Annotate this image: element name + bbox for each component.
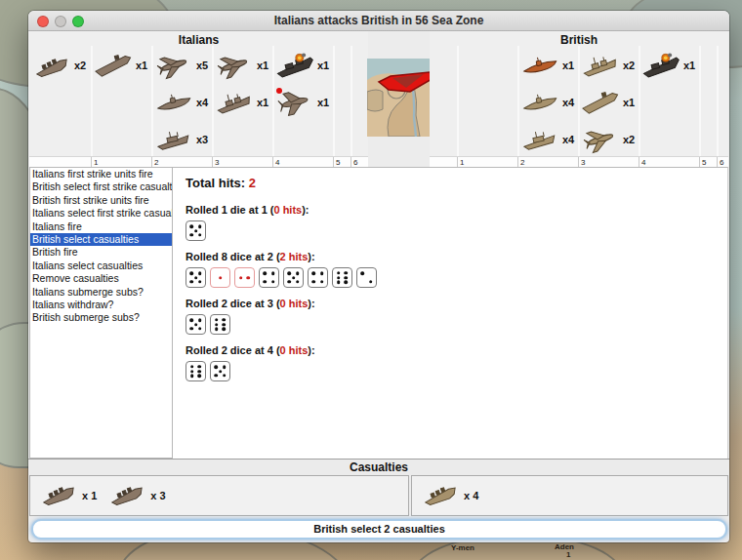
roll-result-label: Rolled 2 dice at 3 (0 hits): — [186, 298, 727, 309]
attacker-casualties-panel: x 1 x 3 — [29, 475, 409, 516]
window-title: Italians attacks British in 56 Sea Zone — [274, 14, 484, 27]
unit-count: x2 — [74, 60, 86, 71]
column-ruler: 123456 — [430, 156, 728, 167]
transport-ship-icon — [38, 479, 79, 512]
roll-result-label: Rolled 1 die at 1 (0 hits): — [186, 204, 727, 216]
transport-ship-icon — [31, 51, 72, 80]
column-separator — [717, 46, 719, 156]
dice-results-panel: Total hits: 2 Rolled 1 die at 1 (0 hits)… — [173, 167, 728, 459]
map-territory-label: Y-men — [451, 543, 474, 552]
die-4 — [308, 267, 328, 288]
fighter-plane-icon — [214, 51, 255, 80]
battle-step-item[interactable]: Italians first strike units fire — [30, 168, 172, 180]
unit-count: x1 — [257, 97, 268, 108]
battleship-damaged-icon — [274, 51, 315, 80]
unit-cell: x1 — [93, 49, 147, 82]
unit-count: x4 — [562, 134, 574, 145]
carrier-ship-icon — [93, 51, 134, 80]
unit-cell: x2 — [31, 49, 86, 82]
unit-count: x 3 — [150, 490, 165, 501]
battle-steps-list: Italians first strike units fireBritish … — [29, 167, 173, 459]
unit-cell: x4 — [153, 86, 208, 119]
transport-ship-icon — [106, 479, 147, 512]
casualty-item[interactable]: x 3 — [106, 479, 165, 512]
dice-row — [186, 314, 727, 335]
roll-result-label: Rolled 8 dice at 2 (2 hits): — [186, 251, 727, 262]
battle-step-item[interactable]: Italians submerge subs? — [30, 286, 172, 299]
battle-step-item[interactable]: British select first strike casualties — [30, 180, 172, 193]
unit-count: x5 — [196, 60, 208, 71]
tactical-bomber-icon — [274, 88, 315, 117]
transport-ship-icon — [420, 479, 461, 512]
defender-units-panel: British 123456 x1 x4 x4 x2 x1 x2 — [430, 31, 728, 167]
battle-step-item[interactable]: Italians select first strike casualties — [30, 207, 172, 220]
destroyer-ship-icon — [519, 125, 560, 154]
unit-count: x3 — [196, 134, 208, 145]
unit-count: x1 — [683, 60, 695, 71]
die-6 — [210, 314, 230, 335]
total-hits: Total hits: 2 — [186, 176, 727, 190]
battle-step-item[interactable]: Italians withdraw? — [30, 299, 172, 311]
destroyer-ship-icon — [153, 125, 194, 154]
damage-marker-icon — [276, 88, 282, 94]
die-2 — [356, 267, 377, 288]
unit-cell: x1 — [580, 86, 635, 119]
submarine-icon — [519, 88, 560, 117]
fighter-plane-icon — [580, 125, 621, 154]
unit-count: x1 — [317, 97, 329, 108]
unit-count: x1 — [257, 60, 268, 71]
map-territory-label: Aden — [555, 542, 574, 551]
battle-step-item[interactable]: British select casualties — [30, 233, 172, 246]
unit-count: x 4 — [464, 490, 478, 501]
die-2-hit — [234, 267, 255, 288]
die-5 — [186, 267, 206, 288]
die-6 — [186, 361, 206, 381]
roll-hits-count: 0 hits — [280, 298, 309, 309]
minimize-window-icon[interactable] — [55, 16, 66, 27]
battle-step-item[interactable]: Italians select casualties — [30, 260, 172, 272]
die-5 — [186, 314, 206, 335]
map-territory-label: 1 — [566, 550, 570, 559]
unit-count: x4 — [562, 97, 574, 108]
battle-step-item[interactable]: British submerge subs? — [30, 311, 172, 324]
column-separator — [333, 46, 335, 156]
close-window-icon[interactable] — [37, 16, 49, 27]
battle-step-item[interactable]: Italians fire — [30, 220, 172, 233]
unit-cell: x1 — [640, 49, 695, 82]
titlebar[interactable]: Italians attacks British in 56 Sea Zone — [28, 11, 729, 31]
column-separator — [699, 46, 701, 156]
battle-step-item[interactable]: British fire — [30, 246, 172, 259]
die-5 — [186, 220, 206, 241]
dice-row — [186, 267, 727, 288]
unit-count: x 1 — [82, 490, 97, 501]
total-hits-value: 2 — [249, 176, 256, 190]
select-casualties-button[interactable]: British select 2 casualties — [31, 519, 727, 540]
casualty-item[interactable]: x 1 — [38, 479, 97, 512]
cruiser-ship-icon — [214, 88, 255, 117]
column-ruler: 123456 — [29, 156, 368, 167]
casualty-item[interactable]: x 4 — [420, 479, 478, 512]
die-5 — [210, 361, 230, 381]
die-6 — [332, 267, 352, 288]
unit-count: x1 — [136, 60, 147, 71]
unit-cell: x4 — [519, 123, 574, 156]
zoom-window-icon[interactable] — [72, 16, 84, 27]
unit-count: x1 — [623, 97, 635, 108]
unit-count: x1 — [317, 60, 329, 71]
unit-cell: x2 — [580, 49, 635, 82]
unit-cell: x1 — [274, 49, 329, 82]
unit-count: x1 — [562, 60, 574, 71]
unit-cell: x1 — [214, 49, 268, 82]
battle-step-item[interactable]: Remove casualties — [30, 272, 172, 285]
unit-cell: x4 — [519, 86, 574, 119]
unit-cell: x2 — [580, 123, 635, 156]
unit-cell: x1 — [519, 49, 574, 82]
unit-cell: x3 — [153, 123, 208, 156]
submarine-icon — [153, 88, 194, 117]
attacker-units-panel: Italians 123456 x2 x1 x5 x4 x3 x1 x1 — [29, 31, 368, 167]
unit-cell: x5 — [153, 49, 208, 82]
roll-hits-count: 2 hits — [280, 251, 309, 262]
battle-step-item[interactable]: British first strike units fire — [30, 194, 172, 207]
unit-cell: x1 — [214, 86, 268, 119]
battle-window: Italians attacks British in 56 Sea Zone … — [28, 11, 729, 542]
